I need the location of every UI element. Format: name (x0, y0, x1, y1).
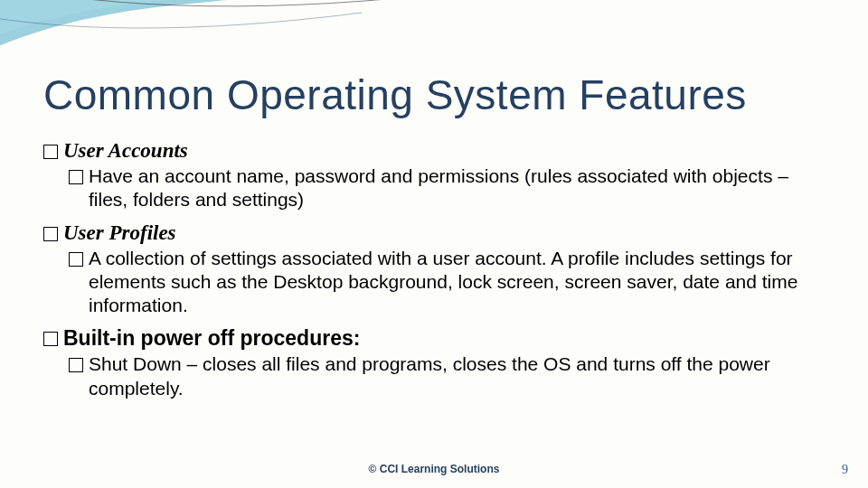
slide-title: Common Operating System Features (43, 70, 747, 119)
heading-user-profiles: User Profiles (63, 221, 176, 245)
slide-body: User Accounts Have an account name, pass… (43, 137, 832, 402)
bullet-box (69, 252, 83, 267)
footer-copyright: © CCI Learning Solutions (0, 463, 868, 475)
bullet-box (43, 332, 58, 346)
bullet-box (43, 227, 58, 241)
heading-power-off: Built-in power off procedures: (63, 326, 360, 351)
bullet-box (69, 170, 83, 184)
bullet-box (69, 358, 83, 372)
heading-user-accounts: User Accounts (63, 139, 188, 163)
body-text: A collection of settings associated with… (89, 247, 832, 318)
bullet-box (43, 145, 58, 159)
footer-page-number: 9 (842, 463, 848, 477)
body-text: Shut Down – closes all files and program… (89, 352, 832, 400)
body-text: Have an account name, password and permi… (89, 164, 832, 212)
